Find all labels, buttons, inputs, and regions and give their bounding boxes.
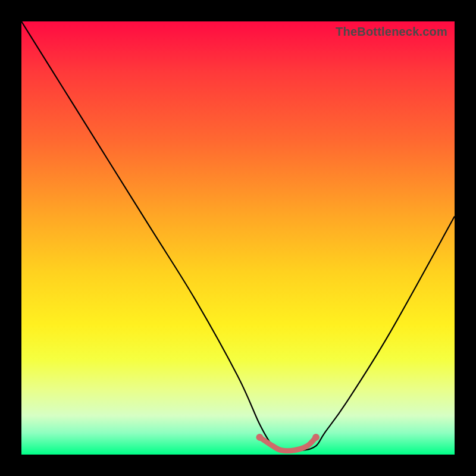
- sweet-spot-dot-right: [312, 434, 320, 441]
- sweet-spot-dot-left: [256, 434, 263, 441]
- chart-svg: [21, 21, 455, 455]
- plot-area: TheBottleneck.com: [21, 21, 455, 455]
- chart-frame: TheBottleneck.com: [0, 0, 476, 476]
- bottleneck-curve-path: [21, 21, 455, 451]
